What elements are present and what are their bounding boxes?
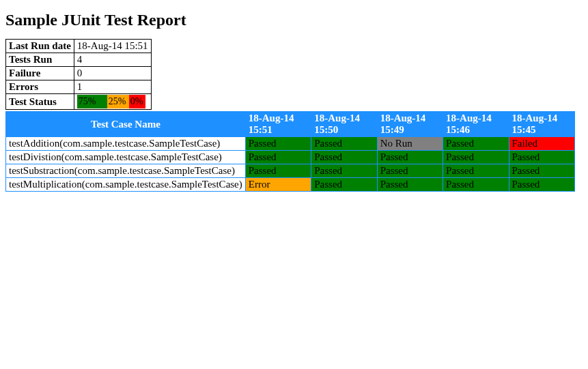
result-cell: Passed [311,151,377,164]
test-case-name: testSubstraction(com.sample.testcase.Sam… [6,164,246,178]
column-header-run: 18-Aug-14 15:45 [509,112,574,137]
summary-label: Errors [6,80,74,94]
summary-value: 18-Aug-14 15:51 [74,40,151,53]
summary-value: 1 [74,80,151,94]
result-cell: Passed [509,151,574,164]
result-cell: Passed [443,178,509,192]
summary-row-tests-run: Tests Run 4 [6,53,152,67]
status-bar-cell: 75% 25% 0% [74,94,151,110]
result-cell: Passed [443,164,509,178]
status-fail-segment: 25% [107,95,129,108]
result-cell: Passed [245,164,311,178]
status-error-segment: 0% [129,95,145,108]
result-cell: Passed [443,151,509,164]
result-cell: Error [245,178,311,192]
summary-row-failure: Failure 0 [6,67,152,80]
column-header-run: 18-Aug-14 15:49 [377,112,443,137]
status-pass-segment: 75% [77,95,107,108]
summary-label: Test Status [6,94,74,110]
table-row: testSubstraction(com.sample.testcase.Sam… [6,164,575,178]
test-case-name: testMultiplication(com.sample.testcase.S… [6,178,246,192]
summary-value: 0 [74,67,151,80]
result-cell: Passed [311,137,377,151]
summary-row-errors: Errors 1 [6,80,152,94]
result-cell: Passed [377,164,443,178]
test-case-name: testDivistion(com.sample.testcase.Sample… [6,151,246,164]
results-header-row: Test Case Name 18-Aug-14 15:51 18-Aug-14… [6,112,575,137]
result-cell: Passed [245,151,311,164]
table-row: testMultiplication(com.sample.testcase.S… [6,178,575,192]
column-header-name: Test Case Name [6,112,246,137]
result-cell: Passed [509,164,574,178]
result-cell: Passed [245,137,311,151]
summary-row-status: Test Status 75% 25% 0% [6,94,152,110]
summary-label: Tests Run [6,53,74,67]
summary-row-last-run: Last Run date 18-Aug-14 15:51 [6,40,152,53]
summary-label: Last Run date [6,40,74,53]
result-cell: Passed [377,178,443,192]
summary-value: 4 [74,53,151,67]
result-cell: Passed [311,164,377,178]
table-row: testAddition(com.sample.testcase.SampleT… [6,137,575,151]
summary-label: Failure [6,67,74,80]
results-table: Test Case Name 18-Aug-14 15:51 18-Aug-14… [5,111,575,192]
column-header-run: 18-Aug-14 15:46 [443,112,509,137]
result-cell: Passed [311,178,377,192]
page-title: Sample JUnit Test Report [5,11,583,29]
result-cell: Passed [377,151,443,164]
test-case-name: testAddition(com.sample.testcase.SampleT… [6,137,246,151]
result-cell: Passed [443,137,509,151]
table-row: testDivistion(com.sample.testcase.Sample… [6,151,575,164]
result-cell: Passed [509,178,574,192]
column-header-run: 18-Aug-14 15:50 [311,112,377,137]
column-header-run: 18-Aug-14 15:51 [245,112,311,137]
result-cell: No Run [377,137,443,151]
result-cell: Failed [509,137,574,151]
summary-table: Last Run date 18-Aug-14 15:51 Tests Run … [5,39,152,110]
status-bar: 75% 25% 0% [77,95,148,108]
